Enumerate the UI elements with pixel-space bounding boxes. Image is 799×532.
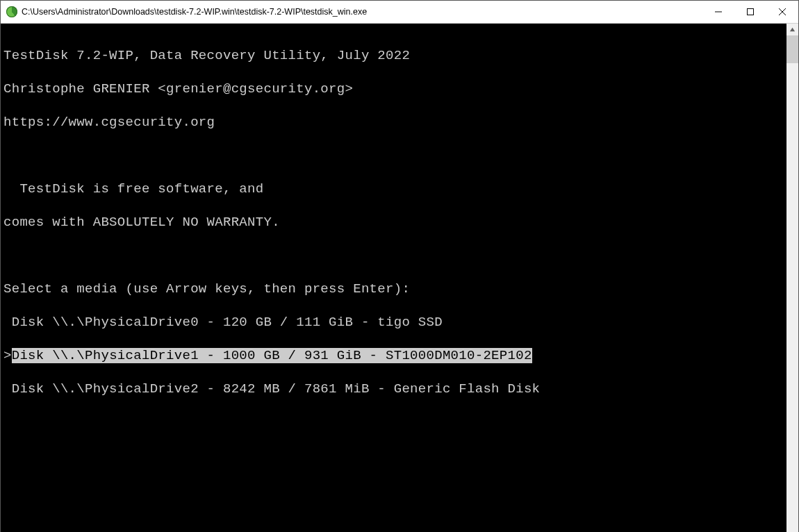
maximize-button[interactable] xyxy=(734,1,766,23)
header-line-2: Christophe GRENIER <grenier@cgsecurity.o… xyxy=(3,81,786,97)
scrollbar-track[interactable] xyxy=(786,35,798,532)
minimize-icon xyxy=(715,8,722,15)
close-icon xyxy=(779,8,786,15)
license-line-1: TestDisk is free software, and xyxy=(3,181,786,197)
titlebar[interactable]: C:\Users\Administrator\Downloads\testdis… xyxy=(1,1,798,24)
svg-marker-4 xyxy=(790,28,795,31)
disk-item-1-selected: Disk \\.\PhysicalDrive1 - 1000 GB / 931 … xyxy=(12,348,532,363)
minimize-button[interactable] xyxy=(702,1,734,23)
scroll-up-button[interactable] xyxy=(786,24,798,35)
disk-item-0[interactable]: Disk \\.\PhysicalDrive0 - 120 GB / 111 G… xyxy=(3,314,786,331)
vertical-scrollbar[interactable] xyxy=(786,24,798,532)
app-window: C:\Users\Administrator\Downloads\testdis… xyxy=(0,0,799,532)
close-button[interactable] xyxy=(766,1,798,23)
maximize-icon xyxy=(747,8,754,15)
disk-item-1[interactable]: >Disk \\.\PhysicalDrive1 - 1000 GB / 931… xyxy=(3,347,786,364)
header-line-1: TestDisk 7.2-WIP, Data Recovery Utility,… xyxy=(3,47,786,64)
chevron-up-icon xyxy=(789,26,796,33)
select-prompt: Select a media (use Arrow keys, then pre… xyxy=(3,281,786,297)
window-title: C:\Users\Administrator\Downloads\testdis… xyxy=(22,7,367,17)
terminal-output[interactable]: TestDisk 7.2-WIP, Data Recovery Utility,… xyxy=(1,24,786,532)
client-area: TestDisk 7.2-WIP, Data Recovery Utility,… xyxy=(1,24,798,532)
license-line-2: comes with ABSOLUTELY NO WARRANTY. xyxy=(3,214,786,231)
disk-item-2[interactable]: Disk \\.\PhysicalDrive2 - 8242 MB / 7861… xyxy=(3,381,786,397)
scrollbar-thumb[interactable] xyxy=(786,35,798,63)
header-line-3: https://www.cgsecurity.org xyxy=(3,114,786,131)
app-icon xyxy=(6,6,17,17)
svg-rect-1 xyxy=(748,9,754,15)
